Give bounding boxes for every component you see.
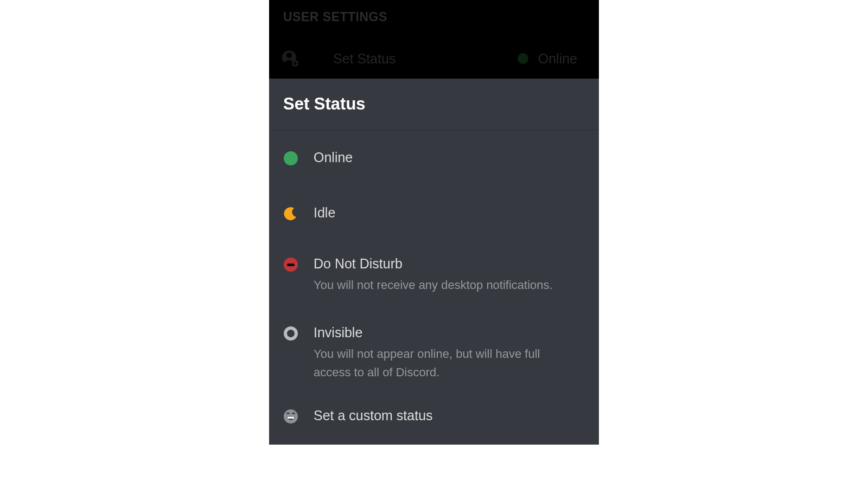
- status-label: Set a custom status: [314, 408, 433, 423]
- status-description: You will not appear online, but will hav…: [314, 345, 574, 382]
- sheet-title: Set Status: [269, 79, 599, 130]
- status-label: Idle: [314, 205, 335, 221]
- header-dimmed-background: USER SETTINGS Set Status Online: [269, 0, 599, 79]
- header-current-status: Online: [518, 51, 577, 67]
- online-icon: [283, 151, 298, 166]
- app-container: USER SETTINGS Set Status Online Set Stat…: [269, 0, 599, 445]
- status-option-idle[interactable]: Idle: [269, 185, 599, 241]
- header-set-status-label: Set Status: [333, 51, 511, 67]
- status-label: Do Not Disturb: [314, 256, 553, 272]
- user-avatar-icon: [282, 50, 298, 67]
- set-status-sheet: Set Status Online Idle: [269, 79, 599, 444]
- svg-point-1: [286, 53, 292, 58]
- status-option-online[interactable]: Online: [269, 130, 599, 185]
- header-current-status-label: Online: [538, 51, 577, 67]
- settings-header-title: USER SETTINGS: [283, 10, 585, 24]
- header-status-row[interactable]: Set Status Online: [283, 50, 585, 67]
- dnd-icon: [283, 257, 298, 272]
- svg-rect-4: [295, 62, 296, 65]
- svg-point-5: [284, 409, 298, 423]
- idle-moon-icon: [283, 206, 298, 221]
- status-label: Invisible: [314, 325, 574, 341]
- status-option-custom[interactable]: Set a custom status: [269, 397, 599, 444]
- status-label: Online: [314, 150, 353, 165]
- emoji-smile-icon: [283, 409, 298, 424]
- status-options-list: Online Idle Do Not Disturb: [269, 130, 599, 444]
- status-option-dnd[interactable]: Do Not Disturb You will not receive any …: [269, 241, 599, 310]
- status-description: You will not receive any desktop notific…: [314, 276, 553, 294]
- status-option-invisible[interactable]: Invisible You will not appear online, bu…: [269, 310, 599, 397]
- online-status-dot-icon: [518, 53, 528, 64]
- invisible-icon: [283, 326, 298, 341]
- svg-rect-6: [288, 417, 294, 419]
